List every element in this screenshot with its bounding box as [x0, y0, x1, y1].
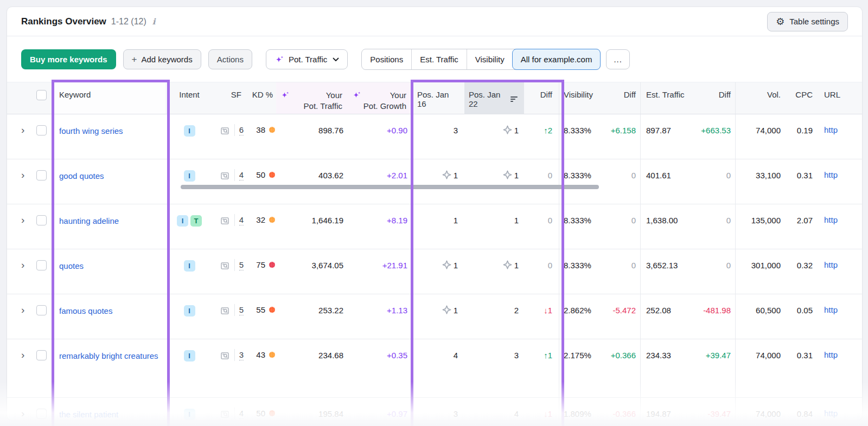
sf-count[interactable]: 4: [239, 409, 244, 419]
keyword-link[interactable]: haunting adeline: [59, 215, 119, 227]
url-link[interactable]: http: [824, 215, 838, 224]
column-header-visibility[interactable]: Visibility: [559, 82, 600, 114]
keyword-link[interactable]: fourth wing series: [59, 125, 123, 137]
select-all-checkbox[interactable]: [36, 90, 47, 100]
column-header-pot-growth[interactable]: Your Pot. Growth: [348, 82, 412, 114]
serp-features-icon[interactable]: [220, 306, 230, 316]
pos-diff-value: ↓1: [544, 305, 552, 316]
sf-count[interactable]: 4: [239, 170, 244, 180]
table-row: ›good quotesI450403.62+2.011108.333%0401…: [7, 159, 862, 204]
column-header-visibility-diff[interactable]: Diff: [600, 82, 641, 114]
serp-feature-position-icon: [502, 260, 513, 270]
buy-more-keywords-button[interactable]: Buy more keywords: [21, 49, 116, 69]
rankings-table: Keyword Intent SF KD % Your Pot. Traffic: [7, 82, 862, 421]
kd-value: 75: [256, 260, 265, 269]
url-link[interactable]: http: [824, 125, 838, 134]
column-header-pos-jan22[interactable]: Pos. Jan 22: [464, 82, 524, 114]
horizontal-scrollbar-thumb[interactable]: [181, 185, 599, 189]
row-checkbox[interactable]: [36, 260, 47, 270]
serp-feature-position-icon: [502, 125, 513, 135]
sf-count[interactable]: 3: [239, 350, 244, 360]
url-link[interactable]: http: [824, 409, 838, 418]
column-header-intent[interactable]: Intent: [165, 82, 213, 114]
kd-value: 43: [256, 350, 265, 359]
row-checkbox[interactable]: [36, 350, 47, 360]
metric-dropdown[interactable]: Pot. Traffic: [266, 49, 348, 69]
serp-features-icon[interactable]: [220, 409, 230, 419]
column-header-cpc[interactable]: CPC: [784, 82, 815, 114]
serp-features-icon[interactable]: [220, 216, 230, 226]
add-keywords-button[interactable]: + Add keywords: [123, 49, 201, 69]
column-header-sf[interactable]: SF: [213, 82, 246, 114]
more-tabs-button[interactable]: ...: [606, 49, 630, 69]
page-title: Rankings Overview: [21, 16, 106, 27]
serp-features-icon[interactable]: [220, 171, 230, 181]
column-header-volume[interactable]: Vol.: [736, 82, 784, 114]
serp-features-icon[interactable]: [220, 261, 230, 271]
column-header-est-traffic[interactable]: Est. Traffic: [641, 82, 693, 114]
column-header-keyword[interactable]: Keyword: [53, 82, 165, 114]
sf-count[interactable]: 5: [239, 305, 244, 315]
kd-value: 50: [256, 409, 265, 418]
table-settings-button[interactable]: ⚙ Table settings: [767, 12, 848, 31]
row-expander-icon[interactable]: ›: [21, 215, 24, 225]
tab-all-for-domain[interactable]: All for example.com: [512, 49, 601, 70]
url-link[interactable]: http: [824, 170, 838, 179]
sf-count[interactable]: 5: [239, 260, 244, 270]
url-link[interactable]: http: [824, 305, 838, 314]
column-header-est-traffic-diff[interactable]: Diff: [693, 82, 736, 114]
cpc-value: 2.07: [797, 215, 813, 226]
row-checkbox[interactable]: [36, 409, 47, 419]
sf-count[interactable]: 4: [239, 215, 244, 225]
row-checkbox[interactable]: [36, 125, 47, 135]
row-checkbox[interactable]: [36, 305, 47, 315]
est-traffic-value: 3,652.13: [646, 260, 678, 271]
tab-est-traffic[interactable]: Est. Traffic: [411, 49, 467, 69]
est-traffic-diff-value: 0: [726, 260, 731, 271]
column-header-url[interactable]: URL: [815, 82, 862, 114]
rankings-overview-card: Rankings Overview 1-12 (12) i ⚙ Table se…: [7, 7, 863, 421]
sf-count[interactable]: 6: [239, 125, 244, 135]
row-expander-icon[interactable]: ›: [21, 305, 24, 315]
cpc-value: 0.19: [797, 125, 813, 136]
column-header-pot-traffic[interactable]: Your Pot. Traffic: [276, 82, 348, 114]
volume-value: 301,000: [751, 260, 781, 271]
pos-jan22-value: 1: [514, 170, 519, 181]
serp-features-icon[interactable]: [220, 126, 230, 136]
kd-difficulty-dot: [269, 410, 275, 416]
row-expander-icon[interactable]: ›: [21, 260, 24, 270]
pot-traffic-line1: Your: [326, 91, 342, 100]
row-expander-icon[interactable]: ›: [21, 125, 24, 135]
url-link[interactable]: http: [824, 350, 838, 359]
tab-positions[interactable]: Positions: [362, 49, 411, 69]
actions-button[interactable]: Actions: [208, 49, 252, 69]
table-row: ›fourth wing seriesI638898.76+0.9031↑28.…: [7, 114, 862, 159]
keyword-link[interactable]: famous quotes: [59, 305, 112, 317]
visibility-diff-value: 0: [631, 260, 636, 271]
est-traffic-diff-value: 0: [726, 170, 731, 181]
metric-dropdown-label: Pot. Traffic: [289, 55, 327, 64]
row-checkbox[interactable]: [36, 170, 47, 180]
column-header-kd[interactable]: KD %: [246, 82, 276, 114]
column-header-pos-diff[interactable]: Diff: [524, 82, 559, 114]
row-checkbox[interactable]: [36, 215, 47, 225]
keyword-link[interactable]: remarkably bright creatures: [59, 350, 158, 362]
tab-visibility[interactable]: Visibility: [467, 49, 513, 69]
keyword-link[interactable]: the silent patient: [59, 409, 118, 420]
row-expander-icon[interactable]: ›: [21, 408, 24, 418]
pot-growth-value: +8.19: [387, 215, 407, 226]
keyword-link[interactable]: quotes: [59, 260, 84, 272]
column-header-pos-jan16[interactable]: Pos. Jan 16: [412, 82, 464, 114]
cpc-value: 0.32: [797, 260, 813, 271]
pot-growth-value: +0.97: [387, 409, 407, 419]
url-link[interactable]: http: [824, 260, 838, 269]
keyword-link[interactable]: good quotes: [59, 170, 104, 182]
row-expander-icon[interactable]: ›: [21, 170, 24, 180]
info-icon[interactable]: i: [152, 17, 156, 27]
serp-features-icon[interactable]: [220, 351, 230, 361]
visibility-value: 1.809%: [564, 409, 591, 419]
row-expander-icon[interactable]: ›: [21, 350, 24, 360]
sort-descending-icon: [510, 95, 519, 105]
report-tabs: Positions Est. Traffic Visibility All fo…: [361, 49, 601, 70]
pos-jan16-value: 1: [454, 215, 458, 226]
